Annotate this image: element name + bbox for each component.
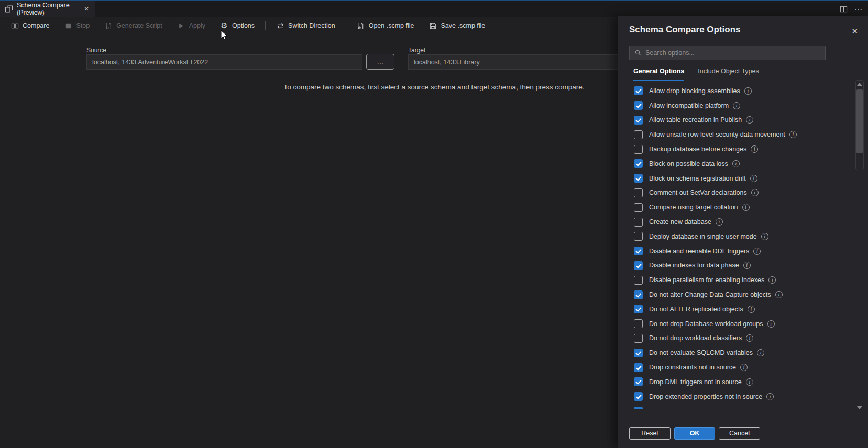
compare-icon: [10, 21, 19, 30]
info-icon[interactable]: i: [768, 276, 776, 284]
info-icon[interactable]: i: [766, 393, 774, 400]
scrollbar-up-icon[interactable]: [857, 83, 862, 86]
source-browse-button[interactable]: …: [366, 54, 394, 70]
checkbox[interactable]: [634, 276, 643, 285]
panel-tabs: General OptionsInclude Object Types: [633, 68, 759, 81]
info-icon[interactable]: i: [716, 218, 723, 226]
option-label: Deploy database in single user mode: [649, 233, 757, 240]
info-icon[interactable]: i: [753, 248, 761, 255]
info-icon[interactable]: i: [744, 87, 752, 95]
checkbox[interactable]: [634, 349, 643, 357]
checkbox[interactable]: [634, 334, 643, 343]
info-icon[interactable]: i: [757, 349, 764, 356]
checkbox[interactable]: [634, 116, 643, 125]
option-row: Do not alter Change Data Capture objects…: [618, 287, 855, 302]
info-icon[interactable]: i: [750, 175, 757, 182]
scrollbar-down-icon[interactable]: [857, 406, 862, 409]
option-label: Drop extended properties not in source: [649, 393, 762, 400]
tab-general-options[interactable]: General Options: [633, 68, 684, 81]
schema-compare-icon: [5, 5, 13, 13]
checkbox[interactable]: [634, 232, 643, 241]
toolbar-item-label: Open .scmp file: [369, 22, 414, 29]
cancel-button[interactable]: Cancel: [719, 427, 760, 440]
checkbox[interactable]: [634, 319, 643, 328]
checkbox[interactable]: [634, 159, 643, 168]
toolbar-options-button[interactable]: ⚙Options: [213, 17, 262, 35]
option-label: Backup database before changes: [649, 145, 746, 153]
checkbox[interactable]: [634, 145, 643, 154]
option-label: Drop DML triggers not in source: [649, 378, 742, 386]
panel-footer: Reset OK Cancel: [629, 427, 760, 440]
toolbar-save-scmp-file-button[interactable]: Save .scmp file: [422, 17, 493, 35]
checkbox[interactable]: [634, 363, 643, 372]
info-icon[interactable]: i: [742, 204, 750, 211]
panel-close-icon[interactable]: ✕: [849, 26, 860, 37]
toolbar-open-scmp-file-button[interactable]: Open .scmp file: [349, 17, 422, 35]
option-label: Compare using target collation: [649, 204, 738, 211]
split-editor-icon[interactable]: [840, 5, 848, 13]
info-icon[interactable]: i: [746, 334, 753, 342]
checkbox[interactable]: [634, 247, 643, 255]
checkbox[interactable]: [634, 86, 643, 95]
more-actions-icon[interactable]: ⋯: [854, 5, 863, 13]
info-icon[interactable]: i: [740, 364, 748, 371]
option-row: Compare using target collationi: [618, 200, 855, 215]
toolbar-compare-button[interactable]: Compare: [3, 17, 57, 35]
info-icon[interactable]: i: [748, 306, 755, 313]
info-icon[interactable]: i: [751, 145, 758, 153]
search-icon: [634, 49, 642, 57]
tab-title: Schema Compare (Preview): [17, 2, 79, 16]
info-icon[interactable]: i: [761, 233, 768, 240]
app-window: Schema Compare (Preview) ✕ ⋯ CompareStop…: [0, 0, 868, 448]
option-row: Allow drop blocking assembliesi: [618, 84, 855, 98]
scrollbar-thumb[interactable]: [856, 89, 863, 153]
toolbar-item-label: Stop: [76, 22, 90, 29]
panel-title: Schema Compare Options: [629, 25, 741, 35]
checkbox[interactable]: [634, 203, 643, 212]
option-label: Do not evaluate SQLCMD variables: [649, 349, 753, 356]
window-top-accent: [0, 0, 868, 1]
option-row: Block on possible data lossi: [618, 156, 855, 171]
ok-button[interactable]: OK: [674, 427, 715, 440]
toolbar-switch-direction-button[interactable]: ⇄Switch Direction: [269, 17, 343, 35]
source-input[interactable]: [86, 54, 362, 70]
option-row: Do not ALTER replicated objectsi: [618, 302, 855, 317]
option-row: Disable indexes for data phasei: [618, 259, 855, 273]
option-row: Deploy database in single user modei: [618, 229, 855, 244]
info-icon[interactable]: i: [733, 102, 740, 109]
toolbar-item-label: Options: [232, 22, 255, 29]
toolbar-item-label: Switch Direction: [288, 22, 335, 29]
schema-compare-options-panel: Schema Compare Options ✕ General Options…: [618, 16, 868, 448]
info-icon[interactable]: i: [775, 291, 783, 298]
checkbox[interactable]: [634, 188, 643, 197]
reset-button[interactable]: Reset: [629, 427, 671, 440]
option-label: Disable and reenable DDL triggers: [649, 248, 749, 255]
checkbox[interactable]: [634, 261, 643, 270]
toolbar-generate-script-button: Generate Script: [97, 17, 170, 35]
tab-include-object-types[interactable]: Include Object Types: [698, 68, 759, 81]
info-icon[interactable]: i: [751, 189, 759, 196]
checkbox[interactable]: [634, 305, 643, 313]
info-icon[interactable]: i: [746, 116, 753, 124]
option-label: Allow drop blocking assemblies: [649, 87, 740, 95]
info-icon[interactable]: i: [746, 378, 753, 386]
info-icon[interactable]: i: [732, 160, 740, 167]
checkbox[interactable]: [634, 407, 643, 409]
option-row: Disable parallelism for enabling indexes…: [618, 273, 855, 287]
checkbox[interactable]: [634, 377, 643, 386]
info-icon[interactable]: i: [789, 131, 797, 138]
checkbox[interactable]: [634, 218, 643, 227]
stop-icon: [64, 21, 72, 30]
tab-close-icon[interactable]: ✕: [83, 4, 90, 14]
apply-icon: [177, 21, 185, 30]
checkbox[interactable]: [634, 101, 643, 110]
info-icon[interactable]: i: [767, 320, 775, 328]
checkbox[interactable]: [634, 130, 643, 139]
search-input[interactable]: [645, 49, 820, 57]
info-icon[interactable]: i: [743, 262, 751, 269]
checkbox[interactable]: [634, 174, 643, 183]
checkbox[interactable]: [634, 392, 643, 401]
tab-schema-compare[interactable]: Schema Compare (Preview) ✕: [0, 1, 95, 17]
option-label: Drop constraints not in source: [649, 364, 736, 371]
checkbox[interactable]: [634, 290, 643, 299]
